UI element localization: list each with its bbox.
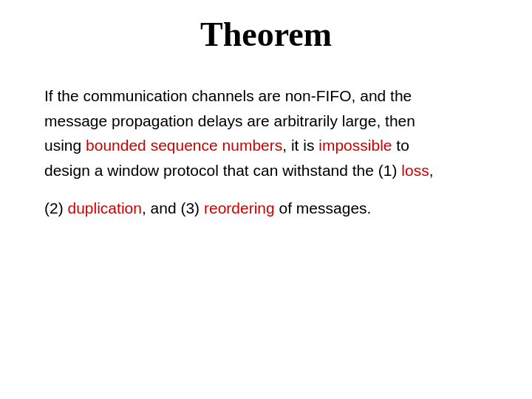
bounded-sequence-numbers: bounded sequence numbers [86, 137, 282, 154]
impossible-text: impossible [318, 137, 392, 154]
line1: If the communication channels are non-FI… [44, 87, 412, 104]
content-body: If the communication channels are non-FI… [44, 83, 488, 234]
reordering-text: reordering [204, 200, 275, 216]
theorem-paragraph: If the communication channels are non-FI… [44, 83, 488, 183]
line4-pre: design a window protocol that can withst… [44, 162, 401, 179]
line5-mid: , and (3) [142, 200, 204, 216]
line4-post: , [429, 162, 434, 179]
line3-mid: , it is [282, 137, 318, 154]
line3-pre: using [44, 137, 86, 154]
line5-post: of messages. [275, 200, 372, 216]
loss-text: loss [401, 162, 429, 179]
continuation-paragraph: (2) duplication, and (3) reordering of m… [44, 196, 488, 221]
page-title: Theorem [200, 15, 332, 54]
line2: message propagation delays are arbitrari… [44, 112, 415, 129]
page: Theorem If the communication channels ar… [0, 0, 532, 399]
duplication-text: duplication [68, 200, 142, 216]
line3-post: to [392, 137, 409, 154]
line5-pre: (2) [44, 200, 68, 216]
